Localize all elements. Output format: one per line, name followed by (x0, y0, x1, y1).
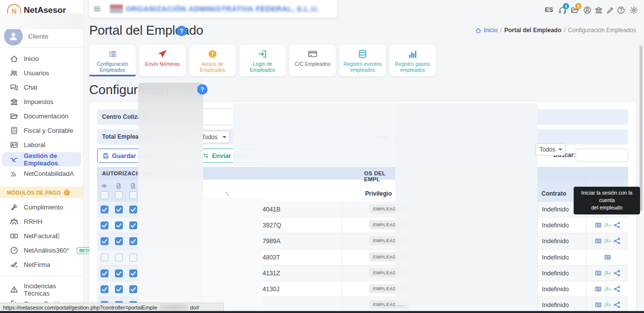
vertical-scrollbar[interactable] (640, 46, 643, 211)
select-all-checkbox-2[interactable] (115, 191, 123, 199)
share-action-icon[interactable] (613, 301, 621, 309)
breadcrumb: Inicio / Portal del Empleado / Configura… (475, 27, 636, 34)
row-checkbox-2[interactable] (115, 206, 123, 213)
row-checkbox-3[interactable] (129, 285, 137, 293)
row-checkbox-2[interactable] (115, 237, 123, 245)
row-checkbox-3[interactable] (129, 254, 137, 261)
row-checkbox-3[interactable] (129, 206, 137, 213)
row-actions (587, 285, 628, 293)
contract-value: Indefinido (542, 206, 569, 213)
breadcrumb-section[interactable]: Portal del Empleado (504, 27, 561, 34)
help-icon[interactable] (617, 6, 625, 14)
menu-icon[interactable] (93, 5, 101, 13)
idcard-action-icon[interactable] (594, 221, 602, 229)
row-checkbox-1[interactable] (101, 221, 108, 229)
share-action-icon[interactable] (613, 221, 621, 229)
row-checkbox-2[interactable] (115, 254, 123, 261)
divider (586, 297, 587, 313)
idcard-action-icon[interactable] (594, 269, 602, 277)
filter-select-right[interactable]: Todos (535, 143, 566, 156)
sidebar-item[interactable]: NetContabilidadA (0, 166, 83, 181)
row-checkbox-2[interactable] (115, 285, 123, 293)
tab-card[interactable]: Avisos de Empleados (189, 45, 236, 76)
contrato-column-header[interactable]: Contrato (541, 190, 566, 197)
breadcrumb-home[interactable]: Inicio (484, 27, 498, 34)
tab-icon (358, 49, 368, 59)
select-all-checkbox-1[interactable] (101, 191, 108, 199)
sidebar-module-item[interactable]: NetAnálisis360° BETA (0, 243, 83, 258)
sidebar-module-item[interactable]: RRHH (0, 214, 83, 229)
userplus-action-icon[interactable] (604, 301, 611, 309)
row-checkbox-1[interactable] (101, 254, 108, 261)
row-checkbox-2[interactable] (115, 269, 123, 277)
employee-id-fragment: 7989A (263, 238, 280, 245)
sidebar-nav: Inicio Usuarios Chat Impuestos Documenta… (0, 52, 83, 181)
breadcrumb-separator: / (564, 27, 565, 34)
sidebar-item[interactable]: Impuestos (0, 95, 83, 109)
row-actions (587, 254, 628, 261)
row-checkbox-3[interactable] (129, 237, 137, 245)
select-all-checkbox-3[interactable] (129, 191, 137, 199)
settings-icon[interactable] (630, 6, 638, 14)
tab-card[interactable]: Configuración Empleados (89, 45, 136, 76)
sidebar-module-item[interactable]: NetFirma (0, 258, 83, 272)
userplus-action-icon[interactable] (604, 285, 611, 293)
sidebar-item-icon (10, 155, 18, 163)
language-selector[interactable]: ES (545, 6, 553, 13)
idcard-action-icon[interactable] (604, 254, 611, 261)
sidebar-module-item[interactable]: Cumplimiento (0, 200, 83, 214)
tab-icon (258, 49, 268, 59)
employee-id-fragment: 4131Z (263, 270, 280, 277)
sidebar-modules-nav: Cumplimiento RRHH NetFacturaE NetAnálisi… (0, 200, 83, 272)
row-checkbox-3[interactable] (129, 269, 137, 277)
share-action-icon[interactable] (613, 237, 621, 245)
sidebar-module-item[interactable]: NetFacturaE (0, 229, 83, 243)
idcard-action-icon[interactable] (594, 301, 602, 309)
sidebar-item[interactable]: Fiscal y Contable (0, 123, 83, 138)
row-checkbox-1[interactable] (101, 269, 108, 277)
idcard-action-icon[interactable] (594, 237, 602, 245)
sidebar-item-icon (10, 83, 18, 92)
sidebar-module-icon (10, 246, 18, 255)
userplus-action-icon[interactable] (604, 237, 611, 245)
privilegio-column-header[interactable]: Privilegio (365, 190, 392, 197)
section-help-button[interactable]: ? (197, 84, 208, 95)
tab-card[interactable]: Registro eventos empleados (339, 45, 386, 76)
row-checkbox-1[interactable] (101, 206, 108, 213)
search-input[interactable] (576, 149, 628, 162)
login-as-employee-tooltip: Iniciar la sesión con la cuenta del empl… (574, 187, 640, 214)
sidebar-item[interactable]: Chat (0, 80, 83, 95)
row-checkbox-3[interactable] (129, 221, 137, 229)
row-checkbox-2[interactable] (115, 221, 123, 229)
taxes-icon[interactable] (594, 6, 603, 14)
app-window: N NetAsesor Cliente Inicio Usuarios Chat… (0, 0, 644, 313)
idcard-action-icon[interactable] (594, 285, 602, 293)
tab-card[interactable]: Login de Empleados (239, 45, 286, 76)
sort-icon[interactable] (224, 191, 230, 197)
page-help-button[interactable]: ? (176, 26, 187, 36)
tab-card[interactable]: Envío Nóminas (139, 45, 186, 76)
sidebar-item[interactable]: Inicio (0, 52, 83, 66)
sidebar-item[interactable]: Laboral (0, 138, 83, 152)
row-checkbox-1[interactable] (101, 237, 108, 245)
share-action-icon[interactable] (613, 285, 621, 293)
row-actions (587, 301, 628, 309)
divider (626, 6, 626, 14)
sidebar-item[interactable]: Documentación (0, 109, 83, 123)
sidebar-footer-item[interactable]: Incidencias Técnicas (0, 282, 83, 297)
row-checkbox-1[interactable] (101, 285, 108, 293)
share-action-icon[interactable] (613, 269, 621, 277)
sidebar-item[interactable]: Usuarios (0, 66, 83, 80)
userplus-action-icon[interactable] (604, 221, 611, 229)
userplus-action-icon[interactable] (604, 269, 611, 277)
avatar[interactable] (4, 27, 23, 46)
contract-value: Indefinido (542, 238, 569, 245)
sidebar-item[interactable]: Gestión de Empleados (2, 152, 81, 166)
tab-card[interactable]: Registro gastos empleados (389, 45, 436, 76)
signature-hand-icon[interactable] (606, 6, 614, 14)
profile-icon[interactable] (583, 6, 591, 14)
sidebar-footer-label: Incidencias Técnicas (24, 282, 83, 297)
tab-card[interactable]: C/C Empleados (289, 45, 336, 76)
divider (537, 265, 538, 281)
sidebar-item-icon (10, 141, 18, 149)
